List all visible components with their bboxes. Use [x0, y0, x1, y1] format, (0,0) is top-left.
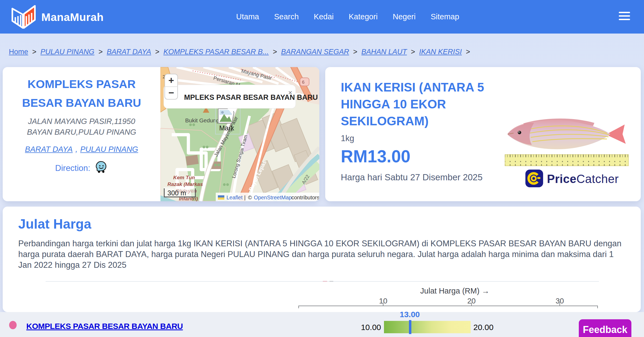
svg-text:Bukit Gedung: Bukit Gedung	[185, 117, 219, 123]
popup-close-icon[interactable]: ×	[288, 89, 292, 97]
breadcrumb-state[interactable]: PULAU PINANG	[41, 48, 94, 56]
breadcrumb-separator: >	[32, 48, 36, 56]
waze-icon[interactable]	[94, 160, 108, 176]
nav-kategori[interactable]: Kategori	[349, 12, 378, 21]
svg-text:contributors: contributors	[291, 195, 319, 200]
svg-text:6: 6	[302, 80, 304, 85]
nav-kedai[interactable]: Kedai	[314, 12, 334, 21]
svg-text:Razak (Markas: Razak (Markas	[167, 181, 203, 187]
store-links: BARAT DAYA,PULAU PINANG	[3, 145, 160, 154]
manamurah-logo-icon	[11, 4, 36, 30]
popup-title: MPLEKS PASAR BESAR BAYAN BARU	[184, 93, 318, 101]
nav-utama[interactable]: Utama	[236, 12, 259, 21]
breadcrumb-separator: >	[273, 48, 277, 56]
breadcrumb-category[interactable]: BARANGAN SEGAR	[281, 48, 349, 56]
store-name: KOMPLEKS PASAR BESAR BAYAN BARU	[3, 75, 160, 112]
leaflet-link[interactable]: Leaflet	[226, 195, 243, 200]
state-link[interactable]: PULAU PINANG	[80, 145, 138, 153]
product-card: IKAN KERISI (ANTARA 5 HINGGA 10 EKOR SEK…	[325, 67, 641, 201]
nav-search[interactable]: Search	[274, 12, 299, 21]
breadcrumb-district[interactable]: BARAT DAYA	[107, 48, 151, 56]
axis-tick-mark	[559, 303, 560, 306]
svg-text:©: ©	[248, 195, 252, 200]
breadcrumb-separator: >	[155, 48, 159, 56]
pricecatcher-logo: PriceCatcher	[510, 170, 634, 188]
scale-label: 300 m	[167, 189, 186, 197]
store-info: KOMPLEKS PASAR BESAR BAYAN BARU JALAN MA…	[3, 67, 160, 201]
osm-link[interactable]: OpenStreetMap	[254, 195, 292, 200]
zoom-in-button[interactable]: +	[168, 75, 174, 86]
brand-name: ManaMurah	[41, 11, 104, 24]
breadcrumb-subcategory[interactable]: BAHAN LAUT	[361, 48, 407, 56]
price-range-description: Perbandingan harga terkini dan julat har…	[18, 238, 622, 270]
current-price-label: 13.00	[390, 310, 430, 319]
marker-alt-text: Mark	[219, 124, 234, 132]
current-price-marker	[409, 320, 411, 334]
breadcrumb-item[interactable]: IKAN KERISI	[419, 48, 462, 56]
product-image-fish	[504, 112, 631, 167]
hamburger-menu-icon[interactable]	[619, 12, 630, 21]
store-address: JALAN MAYANG PASIR,11950 BAYAN BARU,PULA…	[3, 116, 160, 137]
brand[interactable]: ManaMurah	[11, 4, 104, 30]
price-range-title: Julat Harga	[18, 216, 91, 232]
breadcrumb: Home > PULAU PINANG > BARAT DAYA > KOMPL…	[9, 48, 470, 56]
breadcrumb-store[interactable]: KOMPLEKS PASAR BESAR B...	[163, 48, 269, 56]
comma: ,	[75, 145, 78, 153]
svg-text:|: |	[244, 195, 246, 200]
map-zoom-control: + −	[165, 74, 178, 99]
chart-divider	[46, 281, 599, 282]
map-scale: 300 m	[164, 187, 196, 197]
feedback-button[interactable]: Feedback	[579, 319, 631, 337]
map-attribution: Leaflet | © OpenStreetMap contributors	[216, 193, 319, 201]
axis-end-cap	[597, 306, 598, 308]
chart-row-strip: KOMPLEKS PASAR BESAR BAYAN BARU 13.00 10…	[0, 312, 644, 337]
divider-artifact	[330, 281, 333, 282]
store-card: KOMPLEKS PASAR BESAR BAYAN BARU JALAN MA…	[3, 67, 319, 201]
axis-tick-mark	[383, 303, 383, 306]
price-range-bar	[384, 321, 471, 333]
pricecatcher-logo-text: PriceCatcher	[547, 172, 619, 186]
main-nav: Utama Search Kedai Kategori Negeri Sitem…	[236, 0, 459, 34]
breadcrumb-home[interactable]: Home	[9, 48, 28, 56]
product-price: RM13.00	[341, 146, 411, 166]
chart-axis-line	[298, 306, 598, 306]
header: ManaMurah Utama Search Kedai Kategori Ne…	[0, 0, 644, 34]
breadcrumb-separator: >	[466, 48, 470, 56]
ukraine-flag-icon	[218, 195, 224, 197]
breadcrumb-separator: >	[411, 48, 415, 56]
page: ManaMurah Utama Search Kedai Kategori Ne…	[0, 0, 644, 337]
direction-row: Direction:	[3, 160, 160, 176]
nav-negeri[interactable]: Negeri	[393, 12, 416, 21]
range-max-label: 20.00	[473, 323, 493, 332]
nav-sitemap[interactable]: Sitemap	[431, 12, 459, 21]
product-unit: 1kg	[341, 134, 354, 143]
chart-axis-title: Julat Harga (RM) →	[374, 287, 535, 295]
axis-end-cap	[298, 306, 299, 308]
axis-tick-mark	[471, 303, 472, 306]
leaflet-map[interactable]: 28 6 Persiaran M... Mayang Pasir Bukit G…	[160, 67, 319, 201]
price-date: Harga hari Sabtu 27 Disember 2025	[341, 172, 482, 182]
breadcrumb-separator: >	[98, 48, 103, 56]
product-title: IKAN KERISI (ANTARA 5 HINGGA 10 EKOR SEK…	[341, 79, 529, 130]
divider-artifact	[323, 281, 327, 282]
breadcrumb-separator: >	[353, 48, 357, 56]
pricecatcher-logo-icon	[525, 170, 543, 188]
price-range-card: Julat Harga Perbandingan harga terkini d…	[3, 207, 641, 312]
range-min-label: 10.00	[346, 323, 381, 332]
direction-label: Direction:	[55, 163, 90, 173]
district-link[interactable]: BARAT DAYA	[25, 145, 73, 153]
svg-text:Kem Tun: Kem Tun	[173, 175, 195, 180]
row-marker-dot	[9, 321, 17, 329]
row-store-link[interactable]: KOMPLEKS PASAR BESAR BAYAN BARU	[26, 322, 183, 331]
zoom-out-button[interactable]: −	[168, 87, 174, 98]
